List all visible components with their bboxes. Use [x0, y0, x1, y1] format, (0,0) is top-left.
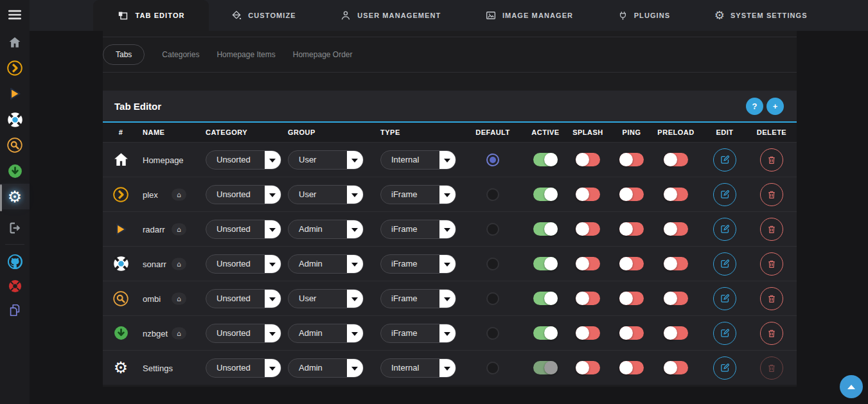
tab-plugins[interactable]: PLUGINS — [617, 0, 671, 31]
active-toggle[interactable] — [533, 222, 558, 236]
category-select[interactable]: Unsorted — [206, 324, 281, 343]
type-select[interactable]: iFrame — [380, 185, 456, 204]
active-toggle[interactable] — [533, 361, 558, 374]
preload-toggle[interactable] — [664, 222, 688, 236]
splash-toggle[interactable] — [576, 292, 600, 305]
preload-toggle[interactable] — [664, 188, 688, 201]
delete-button[interactable] — [760, 252, 783, 276]
gear-icon: ⚙ — [714, 10, 725, 21]
subtab-homepage-order[interactable]: Homepage Order — [293, 50, 353, 59]
sidebar-item-logout[interactable] — [0, 215, 30, 241]
group-select[interactable]: Admin — [288, 358, 364, 378]
sidebar-item-radarr[interactable] — [0, 81, 30, 107]
group-select[interactable]: Admin — [288, 220, 364, 239]
category-select[interactable]: Unsorted — [206, 220, 281, 239]
ping-toggle[interactable] — [619, 153, 644, 166]
splash-toggle[interactable] — [576, 326, 600, 340]
edit-button[interactable] — [713, 356, 736, 380]
category-select[interactable]: Unsorted — [206, 150, 281, 170]
table-cell — [529, 257, 562, 270]
sidebar-item-settings[interactable]: ⚙ — [0, 184, 30, 209]
edit-button[interactable] — [713, 148, 736, 171]
sidebar-item-nzbget[interactable] — [0, 158, 30, 184]
category-select[interactable]: Unsorted — [206, 254, 281, 274]
default-radio[interactable] — [486, 362, 499, 374]
toggle-knob — [619, 292, 633, 305]
sidebar-item-plex[interactable] — [0, 55, 30, 81]
active-toggle[interactable] — [533, 292, 558, 305]
edit-button[interactable] — [713, 183, 736, 206]
active-toggle[interactable] — [533, 326, 558, 340]
delete-button[interactable] — [760, 322, 783, 345]
ping-toggle[interactable] — [619, 326, 644, 340]
add-tab-button[interactable]: + — [766, 98, 784, 115]
active-toggle[interactable] — [533, 188, 558, 201]
preload-toggle[interactable] — [664, 361, 688, 374]
edit-button[interactable] — [713, 322, 736, 345]
sidebar-item-ombi[interactable] — [0, 132, 30, 158]
tab-system-settings[interactable]: ⚙SYSTEM SETTINGS — [714, 0, 808, 31]
group-select[interactable]: User — [288, 289, 364, 308]
splash-toggle[interactable] — [576, 153, 600, 166]
default-radio[interactable] — [486, 188, 499, 201]
sidebar-item-home[interactable] — [0, 30, 30, 55]
tab-user-management[interactable]: USER MANAGEMENT — [340, 0, 441, 31]
active-toggle[interactable] — [533, 153, 558, 166]
splash-toggle[interactable] — [576, 188, 600, 201]
group-select[interactable]: User — [288, 185, 364, 204]
sidebar-item-menu[interactable] — [0, 0, 30, 30]
chevron-down-icon — [439, 220, 456, 238]
edit-button[interactable] — [713, 252, 736, 276]
ping-toggle[interactable] — [619, 292, 644, 305]
edit-button[interactable] — [713, 287, 736, 310]
splash-toggle[interactable] — [576, 222, 600, 236]
type-select[interactable]: iFrame — [380, 254, 456, 274]
subtab-tabs[interactable]: Tabs — [103, 44, 145, 65]
type-select[interactable]: Internal — [380, 150, 456, 170]
delete-button[interactable] — [760, 287, 783, 310]
delete-button[interactable] — [760, 218, 783, 241]
preload-toggle[interactable] — [664, 326, 688, 340]
sidebar-scrollbar[interactable] — [0, 184, 2, 211]
default-radio[interactable] — [486, 223, 499, 236]
category-select[interactable]: Unsorted — [206, 185, 281, 204]
ping-toggle[interactable] — [619, 222, 644, 236]
group-select[interactable]: Admin — [288, 254, 364, 274]
default-radio[interactable] — [486, 258, 499, 270]
default-radio[interactable] — [486, 327, 499, 340]
group-select[interactable]: User — [288, 150, 364, 170]
tab-tab-editor[interactable]: TAB EDITOR — [93, 0, 209, 31]
type-select[interactable]: Internal — [380, 358, 456, 378]
preload-toggle[interactable] — [664, 292, 688, 305]
default-radio[interactable] — [486, 154, 499, 166]
delete-button[interactable] — [760, 148, 783, 171]
splash-toggle[interactable] — [576, 257, 600, 270]
table-cell: Admin — [288, 358, 380, 378]
ping-toggle[interactable] — [619, 188, 644, 201]
ping-toggle[interactable] — [619, 257, 644, 270]
delete-button[interactable] — [760, 183, 783, 206]
edit-button[interactable] — [713, 218, 736, 241]
type-select[interactable]: iFrame — [380, 289, 456, 308]
tab-customize[interactable]: CUSTOMIZE — [231, 0, 296, 31]
tab-image-manager[interactable]: IMAGE MANAGER — [485, 0, 573, 31]
category-select[interactable]: Unsorted — [206, 358, 281, 378]
scroll-to-top-button[interactable] — [840, 375, 863, 398]
category-select[interactable]: Unsorted — [206, 289, 281, 308]
default-radio[interactable] — [486, 292, 499, 305]
sidebar-item-sonarr[interactable] — [0, 107, 30, 132]
type-select[interactable]: iFrame — [380, 324, 456, 343]
splash-toggle[interactable] — [576, 361, 600, 374]
type-select[interactable]: iFrame — [380, 220, 456, 239]
ping-toggle[interactable] — [619, 361, 644, 374]
active-toggle[interactable] — [533, 257, 558, 270]
preload-toggle[interactable] — [664, 153, 688, 166]
sidebar-item-docs[interactable] — [0, 298, 30, 322]
subtab-categories[interactable]: Categories — [162, 50, 199, 59]
sidebar-item-github[interactable] — [0, 249, 30, 274]
help-button[interactable]: ? — [746, 98, 763, 115]
sidebar-item-support[interactable] — [0, 274, 30, 298]
group-select[interactable]: Admin — [288, 324, 364, 343]
preload-toggle[interactable] — [664, 257, 688, 270]
subtab-homepage-items[interactable]: Homepage Items — [217, 50, 275, 59]
